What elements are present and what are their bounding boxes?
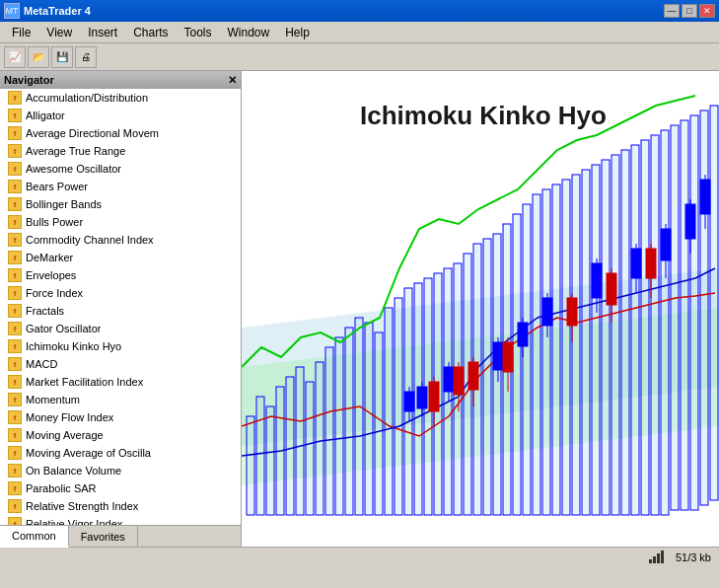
nav-item[interactable]: fOn Balance Volume (0, 462, 241, 479)
window-controls: — □ ✕ (664, 4, 715, 18)
nav-item-label: Fractals (26, 305, 64, 317)
svg-rect-36 (572, 175, 580, 515)
nav-item-label: Bears Power (26, 181, 88, 192)
svg-rect-8 (296, 367, 304, 515)
nav-item-icon: f (8, 322, 22, 335)
svg-rect-17 (385, 308, 393, 515)
nav-item-icon: f (8, 428, 22, 442)
nav-item[interactable]: fRelative Strength Index (0, 497, 241, 515)
nav-item-icon: f (8, 233, 22, 247)
menu-item-insert[interactable]: Insert (80, 24, 125, 41)
nav-item-label: Average True Range (26, 145, 125, 157)
svg-rect-74 (429, 382, 439, 411)
svg-rect-54 (417, 387, 427, 408)
svg-rect-46 (671, 125, 679, 510)
new-chart-button[interactable]: 📈 (4, 46, 26, 68)
minimize-button[interactable]: — (664, 4, 680, 18)
svg-rect-66 (631, 249, 641, 278)
nav-item-label: Relative Vigor Index (26, 518, 122, 525)
nav-item[interactable]: fBears Power (0, 178, 241, 195)
menu-item-charts[interactable]: Charts (125, 24, 176, 41)
nav-item[interactable]: fAccumulation/Distribution (0, 89, 241, 107)
nav-item[interactable]: fAverage True Range (0, 142, 241, 160)
nav-item[interactable]: fMoney Flow Index (0, 408, 241, 426)
nav-item-icon: f (8, 197, 22, 211)
svg-rect-76 (454, 367, 464, 395)
navigator-list[interactable]: fAccumulation/DistributionfAlligatorfAve… (0, 89, 241, 525)
svg-rect-13 (345, 328, 353, 515)
svg-rect-30 (513, 214, 521, 515)
nav-item[interactable]: fCommodity Channel Index (0, 231, 241, 249)
nav-item-icon: f (8, 215, 22, 229)
nav-item[interactable]: fMoving Average (0, 426, 241, 444)
print-button[interactable]: 🖨 (75, 46, 97, 68)
nav-item-icon: f (8, 499, 22, 513)
navigator-header: Navigator ✕ (0, 71, 241, 89)
nav-tab-common[interactable]: Common (0, 526, 69, 548)
nav-item[interactable]: fRelative Vigor Index (0, 515, 241, 525)
nav-item-label: Accumulation/Distribution (26, 92, 148, 104)
signal-indicator (649, 551, 664, 563)
nav-item-icon: f (8, 91, 22, 105)
toolbar: 📈 📂 💾 🖨 (0, 43, 719, 71)
svg-rect-27 (483, 239, 491, 515)
svg-rect-32 (533, 194, 540, 515)
menu-item-tools[interactable]: Tools (177, 24, 220, 41)
nav-item[interactable]: fGator Oscillator (0, 320, 241, 337)
nav-tab-favorites[interactable]: Favorites (69, 526, 138, 547)
nav-item[interactable]: fMoving Average of Oscilla (0, 444, 241, 462)
window-title: MetaTrader 4 (24, 5, 91, 17)
svg-rect-58 (493, 342, 503, 370)
nav-item[interactable]: fBulls Power (0, 213, 241, 231)
menu-item-help[interactable]: Help (277, 24, 318, 41)
svg-rect-42 (631, 145, 639, 515)
svg-rect-62 (542, 298, 552, 326)
svg-rect-41 (621, 150, 629, 515)
nav-item-icon: f (8, 446, 22, 460)
save-button[interactable]: 💾 (51, 46, 73, 68)
svg-rect-48 (690, 115, 698, 510)
nav-item[interactable]: fMACD (0, 355, 241, 373)
svg-rect-43 (641, 140, 649, 515)
nav-item-label: DeMarker (26, 252, 73, 263)
nav-item[interactable]: fDeMarker (0, 249, 241, 266)
chart-svg (242, 71, 719, 547)
nav-item[interactable]: fEnvelopes (0, 266, 241, 284)
nav-item-icon: f (8, 268, 22, 282)
nav-item-label: Market Facilitation Index (26, 376, 143, 388)
nav-item[interactable]: fAwesome Oscillator (0, 160, 241, 178)
nav-item-label: Average Directional Movem (26, 127, 159, 139)
svg-rect-5 (266, 406, 274, 515)
nav-item[interactable]: fMomentum (0, 391, 241, 408)
nav-item[interactable]: fAlligator (0, 107, 241, 124)
navigator-panel: Navigator ✕ fAccumulation/DistributionfA… (0, 71, 242, 547)
nav-item-icon: f (8, 109, 22, 122)
menu-item-view[interactable]: View (38, 24, 80, 41)
nav-item-icon: f (8, 393, 22, 406)
nav-item[interactable]: fForce Index (0, 284, 241, 302)
svg-rect-84 (607, 273, 616, 305)
close-button[interactable]: ✕ (699, 4, 715, 18)
nav-item[interactable]: fBollinger Bands (0, 195, 241, 213)
nav-item[interactable]: fAverage Directional Movem (0, 124, 241, 142)
menu-item-file[interactable]: File (4, 24, 38, 41)
svg-rect-82 (567, 298, 577, 326)
svg-rect-40 (611, 155, 619, 515)
menu-item-window[interactable]: Window (220, 24, 278, 41)
nav-item-label: Force Index (26, 287, 83, 299)
nav-item[interactable]: fMarket Facilitation Index (0, 373, 241, 391)
nav-item-icon: f (8, 357, 22, 371)
nav-item[interactable]: fFractals (0, 302, 241, 320)
nav-item-label: Moving Average of Oscilla (26, 447, 151, 459)
svg-rect-34 (552, 184, 560, 515)
navigator-close-button[interactable]: ✕ (228, 74, 237, 87)
svg-rect-49 (700, 110, 708, 505)
nav-item-icon: f (8, 251, 22, 264)
maximize-button[interactable]: □ (682, 4, 697, 18)
open-button[interactable]: 📂 (28, 46, 49, 68)
svg-rect-60 (518, 323, 528, 346)
chart-area: Ichimoku Kinko Hyo (242, 71, 719, 547)
nav-item-label: Commodity Channel Index (26, 234, 154, 246)
nav-item[interactable]: fIchimoku Kinko Hyo (0, 337, 241, 355)
nav-item[interactable]: fParabolic SAR (0, 479, 241, 497)
